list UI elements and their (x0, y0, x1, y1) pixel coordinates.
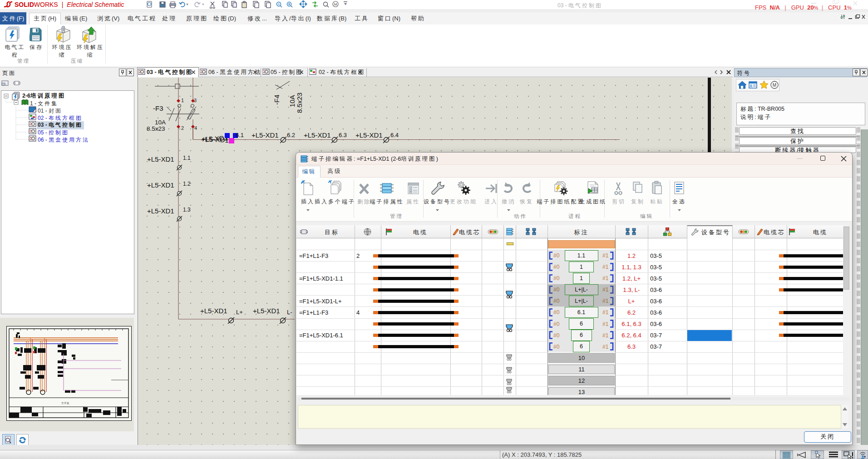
svg-text:M: M (334, 2, 337, 6)
svg-text:6.3: 6.3 (339, 132, 347, 138)
svg-text:文件集: 文件集 (61, 401, 69, 405)
svg-text:+L5-XD1: +L5-XD1 (304, 131, 331, 139)
svg-text:L+: L+ (236, 309, 243, 316)
svg-text:+L5-XD1: +L5-XD1 (147, 207, 174, 215)
svg-text:+L5-XD1: +L5-XD1 (147, 181, 174, 189)
svg-text:6.1: 6.1 (236, 132, 244, 138)
svg-text:8.5x23: 8.5x23 (296, 93, 303, 113)
svg-text:4: 4 (194, 125, 197, 131)
svg-text:1.2: 1.2 (183, 181, 191, 187)
svg-text:+L5-XD1: +L5-XD1 (147, 155, 174, 163)
svg-text:-F4: -F4 (273, 95, 281, 105)
svg-text:1.1: 1.1 (183, 155, 191, 161)
svg-text:3: 3 (194, 98, 197, 103)
svg-text:10A: 10A (155, 119, 166, 126)
svg-text:8.5x23: 8.5x23 (147, 125, 165, 132)
svg-text:+L5-XD1: +L5-XD1 (252, 131, 279, 139)
svg-text:+L5-XD1: +L5-XD1 (253, 307, 280, 315)
svg-text:M: M (773, 83, 776, 88)
svg-text:1.3: 1.3 (183, 207, 191, 213)
svg-text:-F3: -F3 (153, 104, 163, 112)
svg-text:2: 2 (181, 125, 184, 131)
svg-text:6.4: 6.4 (390, 132, 399, 138)
svg-text:+L5-XD1: +L5-XD1 (355, 131, 383, 139)
svg-text:10A: 10A (288, 95, 296, 107)
svg-text:+L5-XD1: +L5-XD1 (200, 307, 227, 315)
svg-text:L-: L- (287, 309, 292, 316)
svg-text:1: 1 (181, 98, 184, 103)
svg-text:6.2: 6.2 (287, 132, 295, 138)
